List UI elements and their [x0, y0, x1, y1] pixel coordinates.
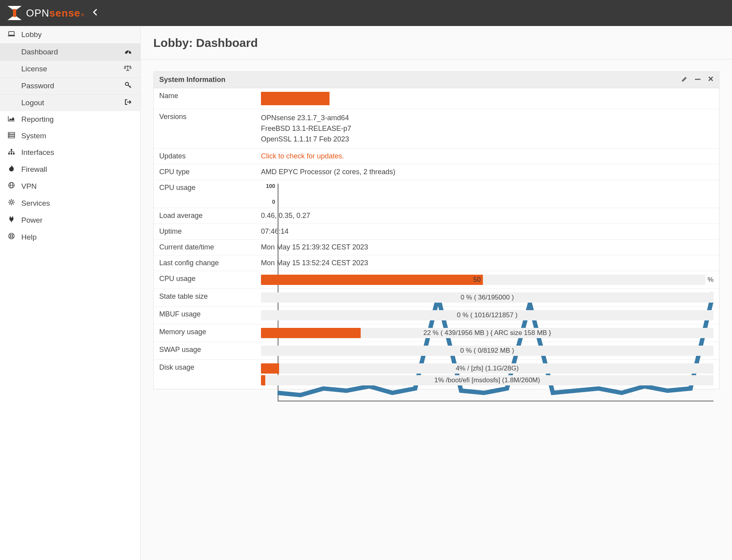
scale-icon [124, 65, 132, 73]
label-cpu-usage2: CPU usage [159, 275, 261, 283]
svg-rect-20 [11, 149, 12, 151]
edit-icon[interactable] [681, 76, 687, 84]
memory-text: 22 % ( 439/1956 MB ) { ARC size 158 MB } [261, 328, 713, 338]
nav-label: System [21, 132, 46, 140]
swap-bar: 0 % ( 0/8192 MB ) [261, 346, 713, 356]
gauge-icon [125, 48, 132, 56]
label-cpu-usage: CPU usage [159, 184, 261, 192]
svg-rect-48 [695, 79, 700, 80]
cpu-type-value: AMD EPYC Processor (2 cores, 2 threads) [261, 168, 713, 176]
subnav-logout[interactable]: Logout [0, 94, 140, 111]
nav-label: Firewall [21, 165, 47, 174]
sitemap-icon [7, 149, 16, 157]
version-line-1: OPNsense 23.1.7_3-amd64 [261, 113, 713, 123]
minimize-icon[interactable] [695, 76, 701, 84]
ytick-top: 100 [266, 183, 275, 189]
brand-logo[interactable]: OPNsense® [6, 5, 84, 21]
nav-power[interactable]: Power [0, 212, 140, 229]
memory-bar: 22 % ( 439/1956 MB ) { ARC size 158 MB } [261, 328, 713, 338]
row-cpu-type: CPU type AMD EPYC Processor (2 cores, 2 … [154, 164, 719, 180]
svg-line-38 [13, 204, 14, 205]
nav-lobby-subnav: Dashboard License Password Logout [0, 43, 140, 111]
label-updates: Updates [159, 152, 261, 160]
logo-mark-icon [6, 5, 23, 21]
nav-vpn[interactable]: VPN [0, 178, 140, 195]
svg-line-39 [9, 204, 10, 205]
brand-reg: ® [81, 13, 84, 17]
label-name: Name [159, 92, 261, 100]
disk-bar-2: 1% /boot/efi [msdosfs] (1.8M/260M) [261, 375, 713, 385]
nav-system[interactable]: System [0, 128, 140, 144]
svg-rect-21 [8, 153, 10, 154]
topbar: OPNsense® [0, 0, 732, 26]
disk1-text: 4% / [zfs] (1.1G/28G) [261, 363, 713, 374]
label-mbuf: MBUF usage [159, 310, 261, 318]
content: Lobby: Dashboard System Information Name [141, 26, 732, 560]
svg-rect-3 [9, 32, 14, 35]
disk-bar-1: 4% / [zfs] (1.1G/28G) [261, 363, 713, 374]
server-icon [7, 132, 16, 140]
subnav-dashboard[interactable]: Dashboard [0, 43, 140, 60]
disk2-text: 1% /boot/efi [msdosfs] (1.8M/260M) [261, 375, 713, 385]
row-cpu-usage-chart: CPU usage 100 0 [154, 180, 719, 208]
nav-label: VPN [21, 182, 37, 191]
label-memory: Memory usage [159, 328, 261, 336]
svg-line-46 [9, 237, 11, 238]
collapse-sidebar-icon[interactable] [92, 8, 98, 18]
key-icon [125, 82, 132, 90]
gear-icon [7, 199, 16, 208]
svg-point-19 [9, 137, 10, 138]
widget-title: System Information [159, 76, 225, 84]
brand-text-sense: sense [49, 7, 80, 19]
nav-interfaces[interactable]: Interfaces [0, 144, 140, 161]
brand-text-opn: OPN [26, 7, 49, 19]
label-datetime: Current date/time [159, 243, 261, 251]
svg-rect-2 [13, 9, 16, 17]
svg-rect-9 [126, 70, 129, 71]
row-updates: Updates Click to check for updates. [154, 149, 719, 164]
nav-lobby-header[interactable]: Lobby [0, 26, 140, 43]
swap-text: 0 % ( 0/8192 MB ) [261, 346, 713, 356]
svg-point-17 [9, 133, 10, 134]
nav-reporting[interactable]: Reporting [0, 111, 140, 128]
version-line-2: FreeBSD 13.1-RELEASE-p7 [261, 123, 713, 134]
subnav-license[interactable]: License [0, 60, 140, 77]
svg-point-18 [9, 135, 10, 136]
page-title: Lobby: Dashboard [153, 36, 719, 50]
svg-line-37 [9, 200, 10, 201]
name-redacted [261, 92, 330, 105]
laptop-icon [7, 31, 16, 39]
label-swap: SWAP usage [159, 346, 261, 354]
version-line-3: OpenSSL 1.1.1t 7 Feb 2023 [261, 134, 713, 145]
svg-line-47 [12, 237, 13, 238]
nav-label: Services [21, 199, 50, 208]
svg-rect-22 [11, 153, 12, 154]
sidebar: Lobby Dashboard License Password Logout [0, 26, 141, 560]
ytick-bottom: 0 [272, 199, 275, 205]
label-load: Load average [159, 212, 261, 220]
signout-icon [125, 99, 132, 107]
label-state: State table size [159, 292, 261, 301]
cpu-sparkline: 100 0 [261, 184, 713, 204]
updates-link[interactable]: Click to check for updates. [261, 152, 713, 160]
widget-system-information: System Information Name Versions OPNsens… [153, 71, 719, 389]
widget-header: System Information [154, 72, 719, 88]
nav-help[interactable]: Help [0, 229, 140, 246]
cpu-usage-bar: 50 [261, 275, 705, 285]
lifering-icon [7, 233, 16, 242]
nav-services[interactable]: Services [0, 195, 140, 212]
plug-icon [7, 216, 16, 225]
subnav-label: Dashboard [21, 48, 58, 56]
svg-rect-23 [13, 153, 15, 154]
globe-icon [7, 182, 16, 191]
nav-label: Power [21, 216, 43, 225]
svg-line-12 [130, 86, 130, 87]
svg-line-40 [13, 200, 14, 201]
svg-point-10 [125, 82, 129, 86]
subnav-password[interactable]: Password [0, 77, 140, 94]
page-header: Lobby: Dashboard [141, 26, 732, 60]
nav-label: Interfaces [21, 148, 54, 157]
nav-firewall[interactable]: Firewall [0, 161, 140, 178]
subnav-label: Logout [21, 99, 44, 107]
close-icon[interactable] [708, 76, 713, 84]
